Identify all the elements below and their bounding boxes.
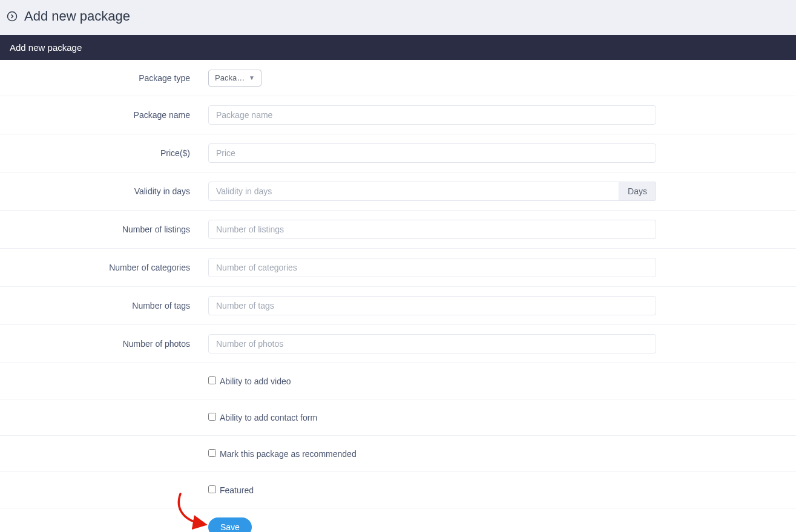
num-listings-input[interactable]	[208, 220, 656, 239]
form-container: Package type Packag… ▼ Package name Pric…	[0, 60, 796, 532]
label-num-tags: Number of tags	[10, 301, 208, 310]
row-validity: Validity in days Days	[0, 172, 796, 211]
section-title: Add new package	[0, 35, 796, 60]
label-price: Price($)	[10, 148, 208, 158]
row-ability-contact: Ability to add contact form	[0, 399, 796, 436]
row-ability-video: Ability to add video	[0, 363, 796, 399]
package-type-select[interactable]: Packag… ▼	[208, 70, 261, 87]
num-tags-input[interactable]	[208, 296, 656, 315]
row-num-listings: Number of listings	[0, 211, 796, 249]
arrow-circle-right-icon	[6, 10, 18, 22]
ability-contact-wrap[interactable]: Ability to add contact form	[208, 413, 317, 422]
price-input[interactable]	[208, 143, 656, 163]
row-num-tags: Number of tags	[0, 287, 796, 325]
featured-label: Featured	[220, 485, 254, 495]
save-button[interactable]: Save	[208, 517, 252, 532]
num-photos-input[interactable]	[208, 334, 656, 353]
ability-video-checkbox[interactable]	[208, 376, 216, 384]
row-featured: Featured	[0, 472, 796, 508]
label-num-listings: Number of listings	[10, 225, 208, 234]
label-num-photos: Number of photos	[10, 339, 208, 349]
recommended-wrap[interactable]: Mark this package as recommended	[208, 449, 357, 459]
row-num-categories: Number of categories	[0, 249, 796, 287]
label-num-categories: Number of categories	[10, 263, 208, 272]
svg-point-0	[8, 12, 17, 21]
ability-video-wrap[interactable]: Ability to add video	[208, 376, 291, 386]
label-validity: Validity in days	[10, 186, 208, 196]
row-save: Save	[0, 508, 796, 532]
validity-input[interactable]	[208, 182, 619, 201]
label-package-name: Package name	[10, 110, 208, 120]
ability-video-label: Ability to add video	[220, 376, 291, 386]
row-recommended: Mark this package as recommended	[0, 436, 796, 472]
chevron-down-icon: ▼	[249, 74, 255, 81]
featured-wrap[interactable]: Featured	[208, 485, 254, 495]
page-title: Add new package	[24, 8, 130, 24]
featured-checkbox[interactable]	[208, 485, 216, 493]
num-categories-input[interactable]	[208, 258, 656, 277]
page-header: Add new package	[0, 0, 796, 35]
package-type-selected: Packag…	[215, 73, 246, 82]
ability-contact-label: Ability to add contact form	[220, 413, 317, 422]
row-price: Price($)	[0, 134, 796, 172]
row-num-photos: Number of photos	[0, 325, 796, 363]
package-name-input[interactable]	[208, 105, 656, 125]
recommended-checkbox[interactable]	[208, 449, 216, 457]
ability-contact-checkbox[interactable]	[208, 413, 216, 421]
row-package-type: Package type Packag… ▼	[0, 60, 796, 96]
label-package-type: Package type	[10, 73, 208, 83]
recommended-label: Mark this package as recommended	[220, 449, 357, 459]
validity-addon: Days	[619, 182, 656, 201]
row-package-name: Package name	[0, 96, 796, 134]
